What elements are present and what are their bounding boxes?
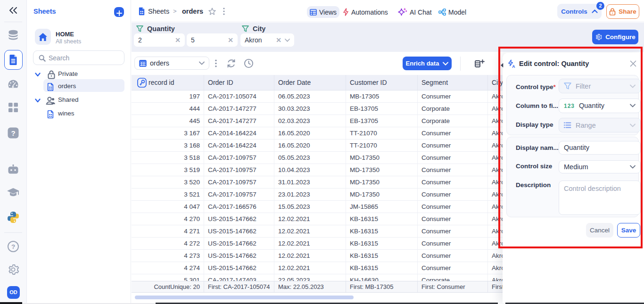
svg-text:?: ? (11, 243, 15, 250)
svg-text:?: ? (11, 129, 15, 137)
